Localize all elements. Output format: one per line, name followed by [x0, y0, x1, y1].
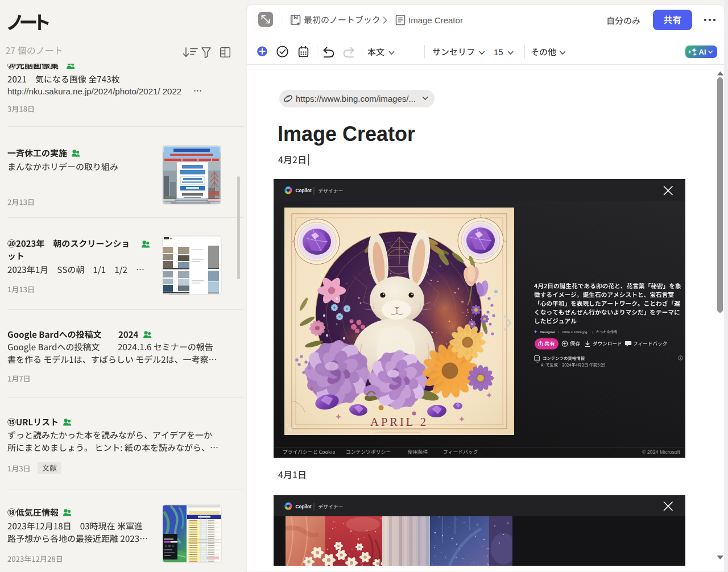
svg-text:1024 × 1024 jpg: 1024 × 1024 jpg: [562, 330, 588, 334]
svg-text:Copilot: Copilot: [296, 188, 312, 193]
svg-text:Copilot: Copilot: [296, 504, 312, 509]
svg-text:© 2024 Microsoft: © 2024 Microsoft: [642, 449, 680, 455]
svg-text:http://nku.sakura.ne.jp/2024/p: http://nku.sakura.ne.jp/2024/photo/2021/…: [7, 86, 181, 96]
svg-text:15: 15: [494, 47, 503, 57]
svg-text:Image Creator: Image Creator: [278, 122, 415, 146]
svg-text:https://www.bing.com/images/..: https://www.bing.com/images/...: [296, 94, 416, 103]
svg-text:Image Creator: Image Creator: [408, 15, 463, 25]
svg-text:AI: AI: [699, 48, 706, 56]
svg-text:APRIL 2: APRIL 2: [370, 416, 428, 428]
svg-text:Designer: Designer: [540, 330, 556, 334]
